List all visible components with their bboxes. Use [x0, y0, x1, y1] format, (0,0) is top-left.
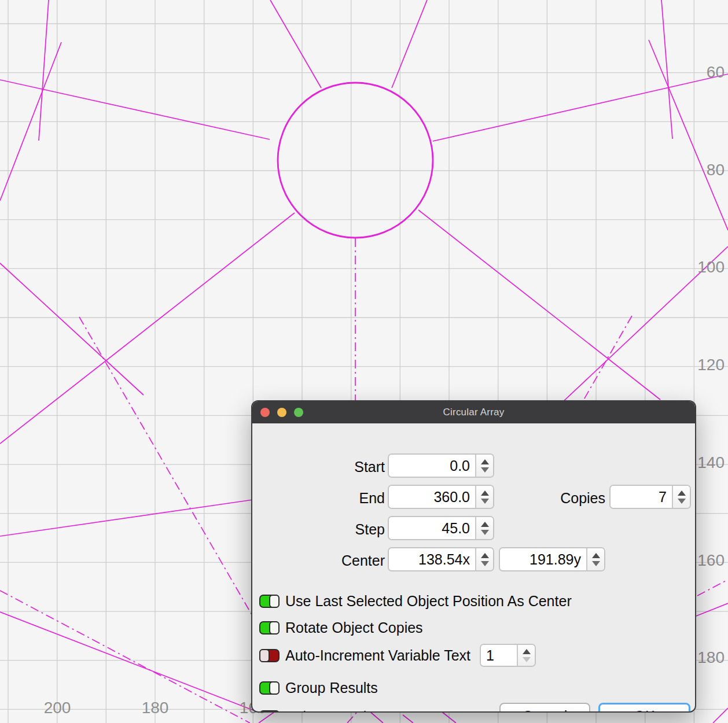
- toggle-knob: [269, 621, 280, 635]
- stepper-up-icon[interactable]: [523, 649, 531, 654]
- toggle-knob: [269, 595, 280, 608]
- select-results-toggle[interactable]: [259, 710, 280, 713]
- center-y-stepper[interactable]: [586, 548, 604, 570]
- ruler-label-right: 80: [707, 161, 725, 179]
- start-field-group: [388, 453, 494, 478]
- dialog-titlebar[interactable]: Circular Array: [252, 401, 695, 423]
- copies-input[interactable]: [611, 486, 672, 508]
- toggle-knob: [259, 649, 270, 662]
- stepper-down-icon[interactable]: [523, 657, 531, 662]
- dialog-title: Circular Array: [443, 407, 505, 418]
- start-stepper[interactable]: [475, 455, 493, 477]
- cancel-button[interactable]: Cancel: [499, 703, 590, 713]
- stepper-up-icon[interactable]: [678, 490, 686, 496]
- toggle-knob: [269, 710, 280, 713]
- use-last-selected-label: Use Last Selected Object Position As Cen…: [285, 593, 572, 610]
- center-x-stepper[interactable]: [475, 548, 493, 570]
- toggle-row-group-results: Group Results: [259, 678, 378, 698]
- auto-increment-toggle[interactable]: [259, 649, 280, 662]
- stepper-up-icon[interactable]: [481, 459, 489, 464]
- center-y-input[interactable]: [500, 548, 586, 570]
- stepper-down-icon[interactable]: [592, 561, 600, 566]
- rotate-copies-label: Rotate Object Copies: [285, 619, 423, 636]
- stepper-up-icon[interactable]: [481, 522, 489, 527]
- step-label: Step: [287, 521, 385, 538]
- ruler-label-right: 100: [697, 258, 725, 276]
- minimize-button[interactable]: [277, 408, 286, 417]
- toggle-row-auto-increment: Auto-Increment Variable Text: [259, 645, 532, 665]
- ok-button[interactable]: OK: [598, 703, 690, 713]
- toggle-row-use-last-selected: Use Last Selected Object Position As Cen…: [259, 591, 572, 611]
- ruler-label-bottom: 200: [44, 699, 71, 717]
- stepper-up-icon[interactable]: [592, 553, 600, 558]
- use-last-selected-toggle[interactable]: [259, 595, 280, 608]
- center-y-field-group: [499, 547, 605, 571]
- center-x-input[interactable]: [389, 548, 475, 570]
- dialog-body: Start End Copies: [252, 423, 695, 711]
- end-stepper[interactable]: [475, 486, 493, 508]
- rotate-copies-toggle[interactable]: [259, 621, 280, 635]
- stepper-down-icon[interactable]: [481, 499, 489, 504]
- center-label: Center: [287, 552, 385, 569]
- stepper-down-icon[interactable]: [481, 561, 489, 566]
- stepper-up-icon[interactable]: [481, 490, 489, 496]
- app-window: 6080100120140160180200180160 Circular Ar…: [0, 0, 728, 723]
- group-results-toggle[interactable]: [259, 681, 280, 695]
- copies-label: Copies: [513, 490, 605, 507]
- end-label: End: [287, 490, 385, 507]
- start-input[interactable]: [389, 455, 475, 477]
- copies-stepper[interactable]: [672, 486, 690, 508]
- ruler-label-right: 160: [697, 551, 725, 569]
- start-label: Start: [287, 459, 385, 475]
- ruler-label-right: 60: [707, 63, 725, 81]
- group-results-label: Group Results: [285, 680, 378, 696]
- center-x-field-group: [388, 547, 494, 571]
- copies-field-group: [609, 485, 691, 509]
- step-stepper[interactable]: [475, 517, 493, 539]
- toggle-knob: [269, 681, 280, 695]
- end-input[interactable]: [389, 486, 475, 508]
- zoom-button[interactable]: [294, 408, 303, 417]
- toggle-row-select-results: Select Results: [259, 707, 378, 713]
- ruler-label-right: 120: [697, 356, 725, 374]
- window-controls: [260, 401, 303, 423]
- ruler-label-right: 180: [697, 648, 725, 666]
- stepper-down-icon[interactable]: [678, 499, 686, 504]
- auto-increment-stepper[interactable]: [517, 645, 535, 666]
- auto-increment-label: Auto-Increment Variable Text: [285, 647, 470, 664]
- select-results-label: Select Results: [285, 709, 378, 713]
- stepper-down-icon[interactable]: [481, 530, 489, 535]
- stepper-down-icon[interactable]: [481, 467, 489, 473]
- close-button[interactable]: [260, 408, 270, 417]
- circular-array-dialog: Circular Array Start End Copi: [251, 400, 696, 713]
- stepper-up-icon[interactable]: [481, 553, 489, 558]
- toggle-row-rotate-copies: Rotate Object Copies: [259, 618, 423, 637]
- step-field-group: [388, 516, 494, 540]
- ruler-label-right: 140: [697, 453, 725, 471]
- auto-increment-input[interactable]: [481, 645, 517, 666]
- step-input[interactable]: [389, 517, 475, 539]
- auto-increment-field-group: [480, 644, 536, 667]
- ruler-label-bottom: 180: [142, 699, 169, 717]
- end-field-group: [388, 485, 494, 509]
